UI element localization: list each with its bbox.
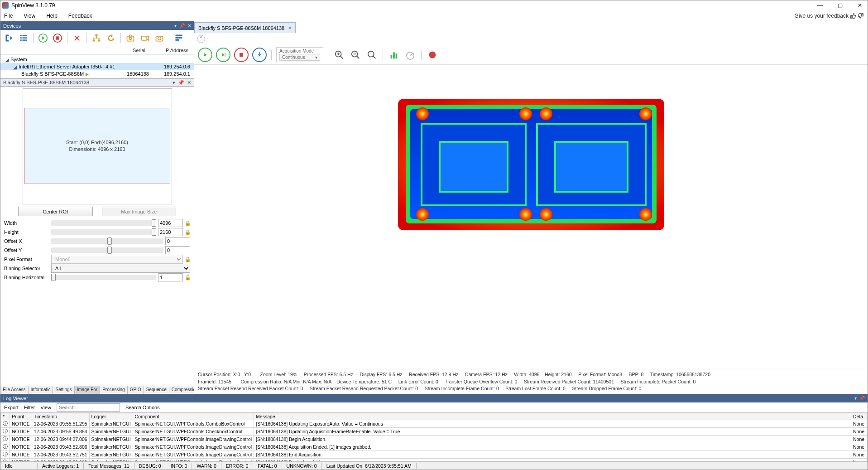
menu-file[interactable]: File — [4, 13, 13, 19]
acq-select[interactable]: Continuous▾ — [279, 54, 320, 61]
log-row[interactable]: ⓘNOTICE12-06-2023 09:44:27.006SpinnakerN… — [1, 436, 868, 443]
pin-icon[interactable]: 📌 — [179, 23, 185, 28]
col-logger[interactable]: Logger — [89, 413, 133, 420]
thumbs-down-icon[interactable] — [858, 13, 864, 19]
snapshot-icon[interactable] — [125, 32, 136, 44]
col-ip: IP Address — [147, 46, 190, 54]
log-row[interactable]: ⓘNOTICE12-06-2023 09:55:49.854SpinnakerN… — [1, 428, 868, 436]
close-button[interactable]: ✕ — [857, 2, 863, 9]
thumbs-up-icon[interactable] — [850, 13, 856, 19]
autohide-icon[interactable]: ▾ — [173, 80, 175, 86]
input-width[interactable] — [158, 219, 183, 227]
log-search-input[interactable] — [57, 403, 120, 412]
tab-informatic[interactable]: Informatic — [29, 386, 53, 394]
play-single-button[interactable] — [216, 48, 230, 62]
tab-sequence[interactable]: Sequence — [144, 386, 169, 394]
close-tab-icon[interactable]: × — [288, 24, 292, 31]
tab-image-format[interactable]: Image For — [75, 386, 101, 394]
log-row[interactable]: ⓘNOTICE12-06-2023 09:55:51.295SpinnakerN… — [1, 420, 868, 428]
log-toolbar: Export Filter View Search Options — [0, 402, 868, 412]
zoom-out-icon[interactable] — [349, 48, 362, 61]
roi-viewport[interactable]: Start: (0,0) End:(4096,2160) Dimensions:… — [23, 88, 172, 204]
input-height[interactable] — [158, 228, 183, 236]
stop-icon[interactable] — [52, 32, 63, 44]
pin-icon[interactable]: 📌 — [859, 396, 865, 401]
log-filter[interactable]: Filter — [24, 405, 35, 410]
tree-camera[interactable]: Blackfly S BFS-PGE-88S6M▶ 18064138 169.2… — [0, 70, 194, 78]
input-offx[interactable] — [165, 237, 190, 245]
svg-point-16 — [158, 37, 161, 40]
input-offy[interactable] — [165, 246, 190, 254]
log-row[interactable]: ⓘNOTICE12-06-2023 09:43:52.751SpinnakerN… — [1, 451, 868, 459]
close-icon[interactable]: ✕ — [187, 23, 191, 28]
save-button[interactable] — [252, 48, 267, 62]
col-message[interactable]: Message — [254, 413, 851, 420]
pin-icon[interactable]: 📌 — [178, 80, 184, 86]
autohide-icon[interactable]: ▾ — [174, 23, 177, 28]
autohide-icon[interactable]: ▾ — [854, 396, 857, 401]
tab-processing[interactable]: Processing — [100, 386, 127, 394]
camera-settings-icon[interactable] — [153, 32, 165, 44]
select-pixfmt[interactable]: Mono8 — [51, 255, 183, 264]
log-view[interactable]: View — [40, 405, 51, 410]
record-video-icon[interactable] — [139, 32, 151, 44]
center-roi-button[interactable]: Center ROI — [18, 207, 93, 216]
col-component[interactable]: Component — [133, 413, 254, 420]
play-icon[interactable] — [37, 32, 49, 44]
disconnect-icon[interactable] — [71, 32, 83, 44]
play-button[interactable] — [198, 48, 212, 62]
input-binh[interactable] — [158, 273, 183, 281]
list-icon[interactable] — [18, 32, 29, 44]
menu-help[interactable]: Help — [46, 13, 58, 19]
histogram-icon[interactable] — [388, 48, 400, 61]
zoom-fit-icon[interactable] — [365, 48, 378, 61]
tab-gpio[interactable]: GPIO — [128, 386, 144, 394]
tree-system[interactable]: ◢ System — [0, 56, 194, 63]
col-timestamp[interactable]: Timestamp — [32, 413, 89, 420]
max-image-size-button[interactable]: Max Image Size — [102, 207, 177, 216]
zoom-in-icon[interactable] — [333, 48, 345, 61]
slider-height[interactable] — [51, 229, 156, 235]
lock-icon[interactable]: 🔒 — [185, 275, 190, 280]
col-priority[interactable]: Priorit — [10, 413, 32, 420]
close-icon[interactable]: ✕ — [187, 80, 191, 86]
slider-width[interactable] — [51, 220, 156, 226]
log-search-options[interactable]: Search Options — [125, 405, 160, 410]
image-viewer[interactable] — [194, 65, 868, 369]
log-table[interactable]: * Priorit Timestamp Logger Component Mes… — [0, 412, 868, 461]
devices-panel: Serial IP Address ◢ System ◢ Intel(R) Et… — [0, 30, 194, 78]
slider-offx[interactable] — [51, 238, 163, 244]
acquisition-mode-box: Acquisition Mode Continuous▾ — [276, 47, 323, 62]
menu-view[interactable]: View — [24, 13, 35, 19]
fps-icon[interactable] — [404, 48, 417, 61]
network-icon[interactable] — [91, 32, 102, 44]
record-button[interactable] — [426, 48, 439, 61]
maximize-button[interactable]: ▢ — [837, 2, 843, 9]
menu-feedback[interactable]: Feedback — [68, 13, 92, 19]
minimize-button[interactable]: ― — [817, 2, 823, 9]
tab-settings[interactable]: Settings — [53, 386, 74, 394]
force-ip-icon[interactable] — [3, 32, 15, 44]
collapse-toolbar-icon[interactable]: ˄ — [197, 35, 205, 43]
doc-tab-camera[interactable]: Blackfly S BFS-PGE-88S6M 18064138 × — [194, 22, 296, 33]
col-star[interactable]: * — [1, 413, 10, 420]
col-detail[interactable]: Deta — [851, 413, 868, 420]
svg-rect-1 — [23, 35, 27, 36]
tab-compression[interactable]: Compressio — [169, 386, 194, 394]
label-offx: Offset X — [4, 238, 49, 244]
lock-icon[interactable]: 🔒 — [185, 220, 190, 226]
log-export[interactable]: Export — [4, 405, 19, 410]
tab-file-access[interactable]: File Access — [0, 386, 29, 394]
properties-icon[interactable] — [173, 32, 185, 44]
select-binsel[interactable]: All — [51, 264, 190, 273]
doc-tabs: Blackfly S BFS-PGE-88S6M 18064138 × — [194, 21, 868, 33]
refresh-icon[interactable] — [105, 32, 117, 44]
lock-icon[interactable]: 🔒 — [185, 229, 190, 235]
slider-offy[interactable] — [51, 247, 163, 253]
log-row[interactable]: ⓘNOTICE12-06-2023 09:43:52.806SpinnakerN… — [1, 443, 868, 451]
slider-binh[interactable] — [51, 275, 156, 280]
tree-adapter[interactable]: ◢ Intel(R) Ethernet Server Adapter I350-… — [0, 63, 194, 70]
lock-icon[interactable]: 🔒 — [185, 257, 190, 262]
stop-button[interactable] — [234, 48, 249, 62]
app-title: SpinView 3.1.0.79 — [11, 2, 55, 9]
